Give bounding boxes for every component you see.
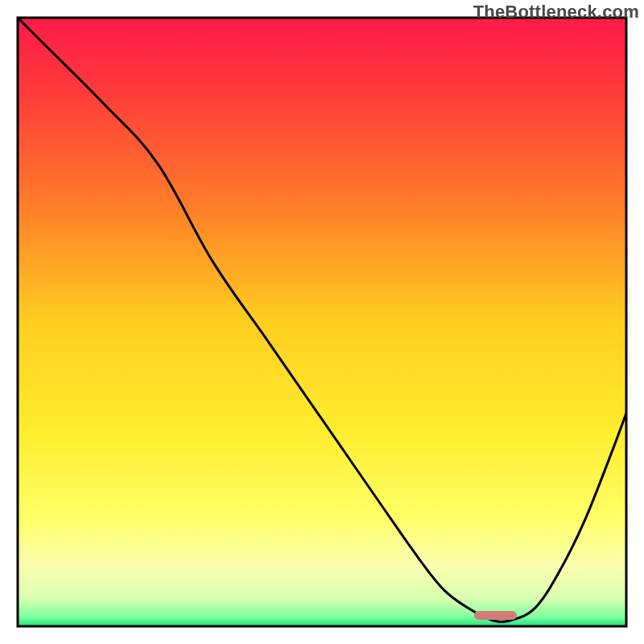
optimal-marker	[474, 611, 517, 620]
watermark-text: TheBottleneck.com	[473, 2, 639, 23]
bottleneck-chart	[0, 0, 644, 644]
chart-container: TheBottleneck.com	[0, 0, 644, 644]
